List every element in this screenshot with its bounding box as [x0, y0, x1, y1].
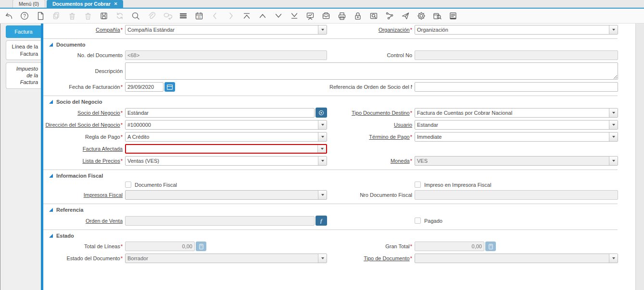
toolbar: ? 31: [0, 9, 644, 24]
dropdown-arrow-icon[interactable]: [318, 25, 327, 34]
up-record-icon[interactable]: [257, 11, 268, 21]
factura-afectada-label: Factura Afectada: [43, 146, 123, 152]
lista-precios-select[interactable]: Ventas (VES): [125, 156, 327, 166]
attachment-icon: [146, 11, 157, 21]
report-icon[interactable]: [305, 11, 316, 21]
socio-negocio-input[interactable]: [125, 108, 315, 118]
sidebar-tab-impuesto-label: Impuesto de la Factura: [16, 66, 38, 85]
sidebar-tab-linea-factura[interactable]: Línea de la Factura: [6, 40, 41, 60]
down-record-icon[interactable]: [273, 11, 284, 21]
calculator-icon[interactable]: [485, 242, 496, 251]
no-documento-input: [125, 50, 327, 60]
control-no-label: Control No: [329, 52, 412, 58]
zoom-document-icon[interactable]: ƒ: [316, 216, 327, 226]
preferences-gear-icon[interactable]: [416, 11, 427, 21]
new-record-icon[interactable]: [35, 11, 46, 21]
direccion-socio-select[interactable]: #1000000: [125, 120, 327, 130]
zoom-across-icon[interactable]: [368, 11, 379, 21]
factura-afectada-select[interactable]: [125, 144, 327, 154]
dropdown-arrow-icon[interactable]: [609, 254, 618, 263]
usuario-select[interactable]: Estandar: [415, 120, 618, 130]
collapse-triangle-icon[interactable]: [49, 234, 53, 238]
collapse-triangle-icon[interactable]: [49, 174, 53, 178]
vertical-scrollbar[interactable]: [635, 24, 644, 290]
estado-documento-select[interactable]: Borrador: [125, 254, 327, 263]
first-record-icon[interactable]: [241, 11, 252, 21]
section-socio-title: Socio del Negocio: [56, 99, 102, 105]
dropdown-arrow-icon[interactable]: [317, 145, 326, 153]
tab-documentos-por-cobrar[interactable]: Documentos por Cobrar ✕: [47, 0, 123, 8]
socio-negocio-label: Socio del Negocio*: [43, 110, 123, 116]
no-documento-label: No. del Documento: [43, 52, 123, 58]
close-tab-icon[interactable]: ✕: [114, 0, 118, 8]
find-icon[interactable]: [130, 11, 141, 21]
collapse-triangle-icon[interactable]: [49, 100, 53, 104]
compania-select[interactable]: Compañía Estándar: [125, 25, 327, 35]
print-icon[interactable]: [337, 11, 347, 21]
organizacion-select[interactable]: Organización: [415, 25, 618, 35]
dropdown-arrow-icon[interactable]: [609, 109, 618, 117]
report-viewer-icon[interactable]: [448, 11, 458, 21]
tipo-doc-destino-select[interactable]: Factura de Cuentas por Cobrar Nacional: [415, 108, 618, 118]
window-tab-bar: Menú (0) Documentos por Cobrar ✕: [0, 0, 644, 9]
regla-pago-select[interactable]: A Crédito: [125, 132, 327, 142]
sidebar-tab-factura[interactable]: Factura: [6, 25, 41, 38]
section-referencia-title: Referencia: [56, 207, 83, 213]
product-info-icon[interactable]: [432, 11, 442, 21]
dropdown-arrow-icon[interactable]: [609, 25, 618, 34]
compania-label: Compañía*: [43, 27, 123, 33]
help-icon[interactable]: ?: [19, 11, 30, 21]
dropdown-arrow-icon[interactable]: [609, 121, 618, 129]
moneda-value: VES: [415, 157, 609, 165]
collapse-triangle-icon[interactable]: [49, 208, 53, 212]
tab-menu[interactable]: Menú (0): [13, 0, 45, 8]
termino-pago-select[interactable]: Immediate: [415, 132, 618, 142]
dropdown-arrow-icon[interactable]: [318, 191, 327, 199]
dropdown-arrow-icon[interactable]: [318, 254, 327, 263]
impresora-fiscal-select[interactable]: [125, 190, 327, 200]
dropdown-arrow-icon[interactable]: [318, 157, 327, 165]
tipo-documento-value: [415, 254, 609, 263]
last-record-icon[interactable]: [289, 11, 300, 21]
pagado-checkbox[interactable]: [415, 218, 421, 224]
estado-documento-label: Estado del Documento*: [43, 255, 123, 261]
impresora-fiscal-value: [126, 191, 318, 199]
collapse-triangle-icon[interactable]: [49, 43, 53, 47]
compania-value: Compañía Estándar: [126, 25, 318, 34]
direccion-socio-label: Dirección del Socio del Negocio*: [43, 122, 123, 128]
copy-record-icon: [51, 11, 62, 21]
workflow-icon[interactable]: [384, 11, 395, 21]
dropdown-arrow-icon[interactable]: [609, 133, 618, 141]
factura-afectada-value: [126, 145, 317, 153]
lista-precios-value: Ventas (VES): [126, 157, 318, 165]
toggle-grid-icon[interactable]: [178, 11, 189, 21]
documento-fiscal-checkbox[interactable]: [125, 181, 131, 188]
fecha-facturacion-input[interactable]: [125, 82, 164, 92]
referencia-orden-input[interactable]: [415, 82, 618, 92]
descripcion-label: Descripción: [43, 68, 123, 74]
impreso-impresora-fiscal-checkbox[interactable]: [415, 181, 421, 188]
undo-icon[interactable]: [3, 11, 14, 21]
gran-total-input: [415, 242, 484, 251]
total-lineas-label: Total de Líneas*: [43, 243, 123, 249]
calendar-icon[interactable]: 31: [194, 11, 204, 21]
send-icon[interactable]: [400, 11, 411, 21]
calculator-icon[interactable]: [196, 242, 206, 251]
tipo-documento-select[interactable]: [415, 254, 618, 263]
archive-icon[interactable]: [321, 11, 331, 21]
dropdown-arrow-icon[interactable]: [318, 133, 327, 141]
business-partner-info-icon[interactable]: [316, 108, 327, 118]
control-no-input: [415, 50, 618, 60]
calendar-picker-icon[interactable]: [164, 82, 175, 92]
section-referencia: Referencia: [43, 204, 618, 216]
save-icon[interactable]: [99, 11, 109, 21]
main-area: Factura Línea de la Factura Impuesto de …: [0, 24, 644, 290]
descripcion-textarea[interactable]: [125, 62, 618, 80]
section-documento-title: Documento: [56, 42, 86, 48]
nro-documento-fiscal-input: [415, 190, 618, 200]
section-fiscal-title: Informacion Fiscal: [56, 173, 103, 179]
dropdown-arrow-icon[interactable]: [318, 121, 327, 129]
sidebar-tab-impuesto-factura[interactable]: Impuesto de la Factura: [6, 62, 41, 89]
svg-text:?: ?: [23, 13, 26, 19]
lock-icon[interactable]: [353, 11, 363, 21]
